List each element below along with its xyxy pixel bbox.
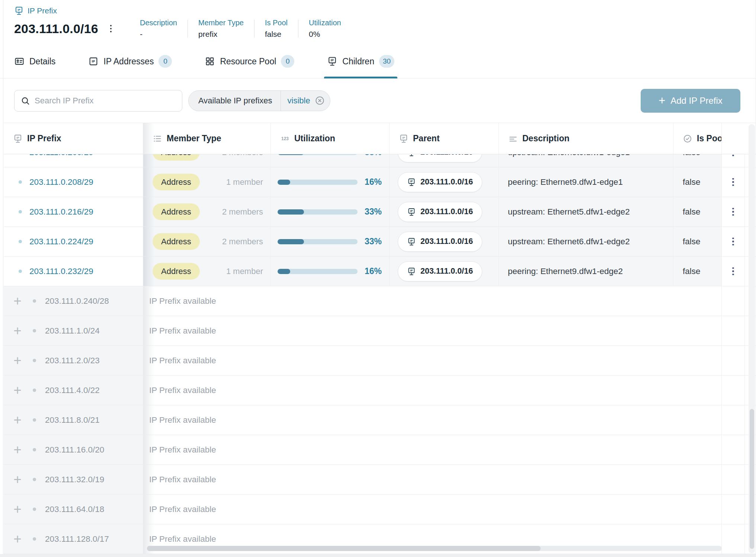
column-header-ip-prefix[interactable]: IP IP Prefix [4,123,143,154]
parent-link[interactable]: IP203.111.0.0/16 [398,261,482,281]
cell-actions [722,227,745,256]
cell-utilization: 16% [271,257,390,286]
search-input[interactable] [35,96,176,106]
add-ip-prefix-button[interactable]: Add IP Prefix [641,89,740,113]
meta-is-pool: Is Pool false [254,19,298,39]
prefix-link[interactable]: 203.111.0.224/29 [29,237,93,247]
cell-actions [722,197,745,226]
prefix-link[interactable]: 203.111.0.200/29 [29,154,93,157]
ip-address-icon: IP [88,56,99,67]
column-header-is-pool[interactable]: Is Pool [673,123,722,154]
tab-badge: 0 [158,55,172,68]
add-available-prefix-button[interactable]: + [12,413,23,427]
cell-member-type: Address2 members [143,227,271,256]
parent-link[interactable]: IP203.111.0.0/16 [398,232,482,252]
table-row: +203.111.1.0/24IP Prefix available [4,316,756,346]
breadcrumb-label: IP Prefix [28,6,57,15]
member-type-badge: Address [153,203,200,220]
table-row: +203.111.8.0/21IP Prefix available [4,405,756,435]
parent-link[interactable]: IP203.111.0.0/16 [398,154,482,162]
vertical-scrollbar-thumb[interactable] [750,409,754,549]
utilization-bar [278,154,358,155]
tab-children[interactable]: IP Children 30 [327,45,394,78]
table-row: +203.111.64.0/18IP Prefix available [4,495,756,524]
prefix-link[interactable]: 203.111.0.208/29 [29,177,93,187]
add-available-prefix-button[interactable]: + [12,473,23,486]
utilization-percent: 33% [365,154,382,157]
horizontal-scrollbar-thumb[interactable] [147,546,541,551]
add-available-prefix-button[interactable]: + [12,502,23,516]
prefix-link[interactable]: 203.111.0.232/29 [29,267,93,276]
page-menu-button[interactable] [109,23,113,34]
cell-ip-prefix: +203.111.32.0/19 [4,465,143,494]
add-available-prefix-button[interactable]: + [12,294,23,308]
ip-prefix-icon: IP [13,134,23,144]
member-type-badge: Address [153,263,200,280]
cell-is-pool: false [673,227,722,256]
available-prefix-label: 203.111.2.0/23 [45,356,100,366]
tab-bar: Details IP IP Addresses 0 Resource Pool … [0,45,756,78]
horizontal-scrollbar[interactable] [147,546,722,551]
vertical-scrollbar[interactable] [749,124,755,553]
add-available-prefix-button[interactable]: + [12,324,23,338]
table-row: +203.111.2.0/23IP Prefix available [4,346,756,376]
cell-utilization: 33% [271,197,390,226]
text-lines-icon [508,134,518,144]
table-body: 203.111.0.200/29Address2 members33%IP203… [4,154,756,557]
tab-ip-addresses[interactable]: IP IP Addresses 0 [88,45,172,78]
cell-description: upstream: Ethernet5.dfw1-edge2 [499,197,673,226]
column-header-actions [722,123,745,154]
column-header-parent[interactable]: IP Parent [390,123,499,154]
id-card-icon [14,56,25,67]
cell-actions [722,154,745,167]
circle-x-icon[interactable] [315,96,325,106]
row-menu-button[interactable] [730,235,736,248]
column-header-description[interactable]: Description [499,123,673,154]
column-header-member-type[interactable]: Member Type [143,123,271,154]
status-dot-icon [33,299,36,303]
cell-actions [722,167,745,197]
tab-details[interactable]: Details [14,45,55,78]
cell-actions [722,376,745,405]
row-menu-button[interactable] [730,176,736,189]
add-available-prefix-button[interactable]: + [12,532,23,546]
page-bottom-strip [0,554,756,557]
parent-link[interactable]: IP203.111.0.0/16 [398,202,482,222]
cell-parent: IP203.111.0.0/16 [390,227,499,256]
ip-prefix-icon: IP [407,178,416,187]
prefix-link[interactable]: 203.111.0.216/29 [29,207,93,217]
meta-utilization: Utilization 0% [298,19,352,39]
breadcrumb[interactable]: IP IP Prefix [14,6,756,16]
row-menu-button[interactable] [730,154,736,158]
utilization-bar [278,180,358,185]
list-icon [153,134,162,144]
ip-prefix-icon: IP [14,6,24,16]
cell-available-status: IP Prefix available [143,376,722,405]
search-icon [20,96,30,106]
filter-chip-label: Available IP prefixes [189,96,281,106]
filter-chip[interactable]: Available IP prefixes visible [188,90,330,111]
row-menu-button[interactable] [730,206,736,218]
svg-text:IP: IP [410,209,413,213]
row-menu-button[interactable] [730,265,736,278]
table-row: 203.111.0.232/29Address1 member16%IP203.… [4,257,756,286]
add-available-prefix-button[interactable]: + [12,443,23,457]
cell-ip-prefix: +203.111.128.0/17 [4,524,143,554]
cell-actions [722,495,745,524]
children-table: IP IP Prefix Member Type 123 Utilization [4,123,756,557]
available-prefix-label: 203.111.4.0/22 [45,386,100,395]
status-dot-icon [19,240,22,243]
utilization-bar [278,209,358,215]
cell-ip-prefix: +203.111.0.240/28 [4,286,143,316]
page-title: 203.111.0.0/16 [14,22,98,36]
member-count: 2 members [222,207,263,217]
column-header-utilization[interactable]: 123 Utilization [271,123,390,154]
parent-link[interactable]: IP203.111.0.0/16 [398,172,482,192]
cell-ip-prefix: 203.111.0.232/29 [4,257,143,286]
tab-resource-pool[interactable]: Resource Pool 0 [205,45,294,78]
search-box [14,90,182,112]
ip-prefix-icon: IP [407,207,416,216]
status-dot-icon [19,180,22,184]
add-available-prefix-button[interactable]: + [12,383,23,397]
add-available-prefix-button[interactable]: + [12,354,23,367]
